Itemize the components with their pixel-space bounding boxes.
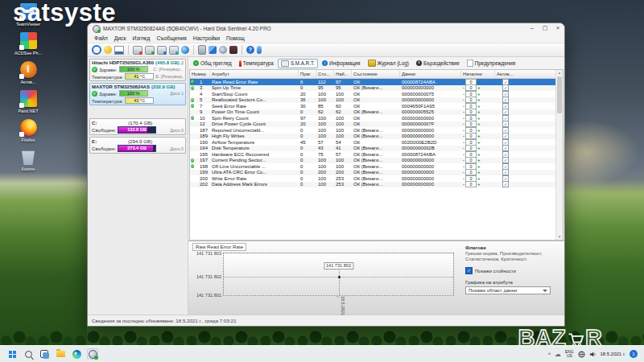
volume-icon[interactable] (589, 351, 597, 358)
partition-card[interactable]: C: (170.4 GB) Свободен: 132.8 GB Диск 0 (89, 118, 186, 135)
tray-overflow-chevron-icon[interactable]: ^ (548, 352, 551, 357)
refresh-icon[interactable] (92, 45, 101, 55)
alert-icon[interactable] (104, 46, 112, 54)
hard-disk-sentinel-taskbar-button[interactable] (87, 348, 98, 360)
offset-minus-button[interactable]: - (463, 170, 464, 175)
disk-test-teal-icon[interactable] (169, 46, 179, 55)
table-row[interactable]: ✓ 202 Data Address Mark Errors 0 100 253… (190, 182, 563, 188)
offset-minus-button[interactable]: - (463, 128, 464, 133)
menu-help[interactable]: Помощ (223, 35, 248, 41)
offset-minus-button[interactable]: - (463, 97, 464, 102)
offset-plus-button[interactable]: + (477, 182, 481, 187)
offset-minus-button[interactable]: - (463, 152, 464, 157)
offset-minus-button[interactable]: - (463, 92, 464, 97)
separator[interactable] (242, 45, 242, 55)
desktop-icon[interactable]: ACDSee Ph... (5, 32, 52, 56)
menu-file[interactable]: Файл (91, 35, 111, 41)
menu-disk[interactable]: Диск (111, 35, 130, 41)
desktop-icon[interactable]: Кошче (5, 148, 52, 171)
menu-settings[interactable]: Настройки (190, 35, 223, 41)
active-checkbox[interactable] (502, 181, 509, 187)
file-explorer-button[interactable] (55, 348, 66, 360)
network-icon[interactable] (219, 46, 227, 54)
desktop-icon[interactable]: Firefox (5, 119, 52, 142)
offset-minus-button[interactable]: - (463, 85, 464, 90)
offset-minus-button[interactable]: - (463, 146, 464, 150)
offset-value[interactable]: 0 (465, 181, 477, 187)
offset-plus-button[interactable]: + (477, 176, 481, 181)
maximize-button[interactable]: ▢ (539, 23, 551, 34)
offset-plus-button[interactable]: + (477, 152, 481, 157)
minimize-button[interactable]: – (526, 23, 539, 34)
offset-plus-button[interactable]: + (477, 170, 481, 175)
scroll-down-arrow[interactable]: ▼ (556, 234, 563, 240)
database-icon[interactable] (198, 45, 206, 55)
notification-badge[interactable]: 1 (630, 350, 638, 358)
offset-minus-button[interactable]: - (463, 182, 464, 187)
language-indicator[interactable]: ENG US (565, 350, 573, 358)
globe-icon[interactable] (181, 46, 189, 54)
separator[interactable] (193, 45, 194, 55)
tab-information[interactable]: Информация (319, 59, 364, 68)
col-threshold[interactable]: Праг (299, 70, 316, 78)
report-icon[interactable] (114, 46, 124, 55)
disk-test-green-icon[interactable] (145, 46, 155, 55)
disk-test-red-icon[interactable] (133, 46, 142, 55)
offset-minus-button[interactable]: - (463, 164, 464, 169)
col-status[interactable]: Състояние (352, 70, 400, 78)
disk-card[interactable]: MAXTOR STM3250824AS (232.9 GB) ✓ Здраве:… (89, 83, 186, 105)
offset-plus-button[interactable]: + (477, 80, 481, 84)
offset-plus-button[interactable]: + (477, 92, 481, 97)
offset-plus-button[interactable]: + (477, 146, 481, 150)
help-icon[interactable] (246, 46, 254, 54)
tab-log[interactable]: Журнал (Log) (365, 58, 412, 68)
onedrive-cloud-icon[interactable]: ☁ (555, 351, 561, 358)
offset-minus-button[interactable]: - (463, 121, 464, 126)
offset-minus-button[interactable]: - (463, 109, 464, 114)
desktop-icon[interactable]: Актив... (5, 61, 52, 84)
desktop-icon[interactable]: Paint.NET (5, 90, 52, 113)
graph-mode-select[interactable]: Покажи област данни (465, 286, 551, 294)
offset-minus-button[interactable]: - (463, 158, 464, 162)
tab-performance[interactable]: Бързодействие (413, 59, 463, 68)
offset-plus-button[interactable]: + (477, 85, 481, 90)
title-bar[interactable]: MAXTOR STM3250824AS (5QB40CWV) - Hard Di… (88, 23, 564, 34)
offset-minus-button[interactable]: - (463, 104, 464, 109)
clock-date[interactable]: 18.5.2021 г. (601, 352, 625, 356)
offset-minus-button[interactable]: - (463, 134, 464, 138)
task-view-button[interactable] (39, 348, 50, 360)
offset-plus-button[interactable]: + (477, 109, 481, 114)
offset-plus-button[interactable]: + (477, 140, 481, 145)
col-attribute[interactable]: Атрибут (210, 70, 299, 78)
offset-minus-button[interactable]: - (463, 80, 464, 84)
offset-plus-button[interactable]: + (477, 116, 481, 121)
search-button[interactable] (23, 348, 34, 360)
start-button[interactable] (6, 348, 18, 360)
disk-test-blue-icon[interactable] (157, 46, 167, 55)
edge-browser-button[interactable] (71, 348, 82, 360)
vertical-scrollbar[interactable]: ▲ ▼ (555, 70, 563, 240)
offset-plus-button[interactable]: + (477, 134, 481, 138)
col-value[interactable]: Сто... (316, 70, 334, 78)
scrollbar-thumb[interactable] (557, 76, 562, 113)
col-offset[interactable]: Начални (461, 70, 495, 78)
offset-minus-button[interactable]: - (463, 140, 464, 145)
offset-minus-button[interactable]: - (463, 176, 464, 181)
col-active[interactable]: Актив... (495, 70, 514, 78)
offset-plus-button[interactable]: + (477, 128, 481, 133)
tab-temperature[interactable]: Температура (236, 59, 277, 68)
offset-plus-button[interactable]: + (477, 121, 481, 126)
menu-view[interactable]: Изглед (130, 35, 154, 41)
scroll-up-arrow[interactable]: ▲ (556, 70, 563, 76)
menu-messages[interactable]: Съобщения (153, 35, 189, 41)
offset-plus-button[interactable]: + (477, 164, 481, 169)
col-data[interactable]: Данни (400, 70, 461, 78)
partition-card[interactable]: E: (294.9 GB) Свободен: 273.4 GB Диск 0 (89, 137, 186, 154)
support-icon[interactable] (257, 46, 262, 54)
offset-plus-button[interactable]: + (477, 97, 481, 102)
tab-alerts[interactable]: Предупреждения (464, 58, 518, 68)
separator[interactable] (128, 45, 129, 55)
offset-plus-button[interactable]: + (477, 158, 481, 162)
close-button[interactable]: × (551, 23, 564, 34)
tab-smart[interactable]: S.M.A.R.T. (278, 59, 318, 68)
